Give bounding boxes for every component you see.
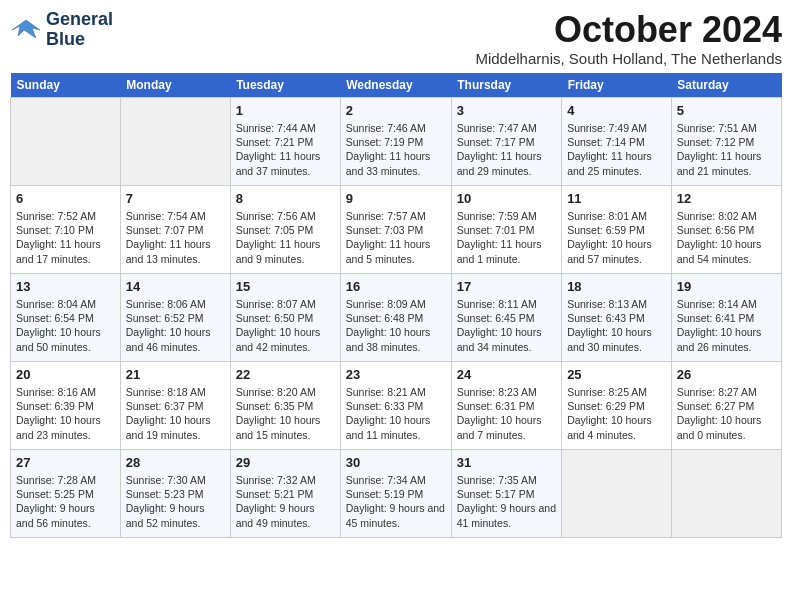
day-content: Sunrise: 8:21 AM Sunset: 6:33 PM Dayligh… bbox=[346, 385, 446, 442]
day-content: Sunrise: 8:07 AM Sunset: 6:50 PM Dayligh… bbox=[236, 297, 335, 354]
day-number: 12 bbox=[677, 190, 776, 208]
day-number: 11 bbox=[567, 190, 666, 208]
day-content: Sunrise: 8:23 AM Sunset: 6:31 PM Dayligh… bbox=[457, 385, 556, 442]
day-content: Sunrise: 7:52 AM Sunset: 7:10 PM Dayligh… bbox=[16, 209, 115, 266]
day-content: Sunrise: 8:09 AM Sunset: 6:48 PM Dayligh… bbox=[346, 297, 446, 354]
calendar-cell: 16Sunrise: 8:09 AM Sunset: 6:48 PM Dayli… bbox=[340, 273, 451, 361]
day-content: Sunrise: 8:01 AM Sunset: 6:59 PM Dayligh… bbox=[567, 209, 666, 266]
day-number: 22 bbox=[236, 366, 335, 384]
calendar-week-row: 13Sunrise: 8:04 AM Sunset: 6:54 PM Dayli… bbox=[11, 273, 782, 361]
calendar-cell: 19Sunrise: 8:14 AM Sunset: 6:41 PM Dayli… bbox=[671, 273, 781, 361]
calendar-cell: 21Sunrise: 8:18 AM Sunset: 6:37 PM Dayli… bbox=[120, 361, 230, 449]
day-number: 5 bbox=[677, 102, 776, 120]
calendar-cell: 14Sunrise: 8:06 AM Sunset: 6:52 PM Dayli… bbox=[120, 273, 230, 361]
calendar-cell: 26Sunrise: 8:27 AM Sunset: 6:27 PM Dayli… bbox=[671, 361, 781, 449]
calendar-week-row: 1Sunrise: 7:44 AM Sunset: 7:21 PM Daylig… bbox=[11, 97, 782, 185]
day-number: 8 bbox=[236, 190, 335, 208]
day-number: 24 bbox=[457, 366, 556, 384]
day-content: Sunrise: 7:54 AM Sunset: 7:07 PM Dayligh… bbox=[126, 209, 225, 266]
weekday-header: Sunday bbox=[11, 73, 121, 98]
calendar-cell bbox=[11, 97, 121, 185]
day-number: 19 bbox=[677, 278, 776, 296]
location-subtitle: Middelharnis, South Holland, The Netherl… bbox=[475, 50, 782, 67]
day-number: 10 bbox=[457, 190, 556, 208]
calendar-cell: 29Sunrise: 7:32 AM Sunset: 5:21 PM Dayli… bbox=[230, 449, 340, 537]
day-content: Sunrise: 7:44 AM Sunset: 7:21 PM Dayligh… bbox=[236, 121, 335, 178]
day-number: 14 bbox=[126, 278, 225, 296]
calendar-cell: 7Sunrise: 7:54 AM Sunset: 7:07 PM Daylig… bbox=[120, 185, 230, 273]
day-content: Sunrise: 7:32 AM Sunset: 5:21 PM Dayligh… bbox=[236, 473, 335, 530]
day-content: Sunrise: 7:49 AM Sunset: 7:14 PM Dayligh… bbox=[567, 121, 666, 178]
day-content: Sunrise: 8:18 AM Sunset: 6:37 PM Dayligh… bbox=[126, 385, 225, 442]
calendar-week-row: 27Sunrise: 7:28 AM Sunset: 5:25 PM Dayli… bbox=[11, 449, 782, 537]
day-number: 3 bbox=[457, 102, 556, 120]
page-header: General Blue October 2024 Middelharnis, … bbox=[10, 10, 782, 67]
day-content: Sunrise: 8:14 AM Sunset: 6:41 PM Dayligh… bbox=[677, 297, 776, 354]
day-number: 26 bbox=[677, 366, 776, 384]
day-number: 25 bbox=[567, 366, 666, 384]
day-content: Sunrise: 7:59 AM Sunset: 7:01 PM Dayligh… bbox=[457, 209, 556, 266]
calendar-cell: 22Sunrise: 8:20 AM Sunset: 6:35 PM Dayli… bbox=[230, 361, 340, 449]
day-number: 15 bbox=[236, 278, 335, 296]
day-content: Sunrise: 8:16 AM Sunset: 6:39 PM Dayligh… bbox=[16, 385, 115, 442]
calendar-cell: 10Sunrise: 7:59 AM Sunset: 7:01 PM Dayli… bbox=[451, 185, 561, 273]
calendar-cell: 30Sunrise: 7:34 AM Sunset: 5:19 PM Dayli… bbox=[340, 449, 451, 537]
day-number: 1 bbox=[236, 102, 335, 120]
day-number: 2 bbox=[346, 102, 446, 120]
calendar-cell: 31Sunrise: 7:35 AM Sunset: 5:17 PM Dayli… bbox=[451, 449, 561, 537]
calendar-cell: 12Sunrise: 8:02 AM Sunset: 6:56 PM Dayli… bbox=[671, 185, 781, 273]
calendar-cell: 15Sunrise: 8:07 AM Sunset: 6:50 PM Dayli… bbox=[230, 273, 340, 361]
weekday-header: Tuesday bbox=[230, 73, 340, 98]
calendar-cell: 27Sunrise: 7:28 AM Sunset: 5:25 PM Dayli… bbox=[11, 449, 121, 537]
day-content: Sunrise: 8:27 AM Sunset: 6:27 PM Dayligh… bbox=[677, 385, 776, 442]
title-block: October 2024 Middelharnis, South Holland… bbox=[475, 10, 782, 67]
logo: General Blue bbox=[10, 10, 113, 50]
calendar-cell: 25Sunrise: 8:25 AM Sunset: 6:29 PM Dayli… bbox=[562, 361, 672, 449]
weekday-header: Thursday bbox=[451, 73, 561, 98]
day-content: Sunrise: 7:56 AM Sunset: 7:05 PM Dayligh… bbox=[236, 209, 335, 266]
calendar-cell: 24Sunrise: 8:23 AM Sunset: 6:31 PM Dayli… bbox=[451, 361, 561, 449]
day-content: Sunrise: 8:25 AM Sunset: 6:29 PM Dayligh… bbox=[567, 385, 666, 442]
day-content: Sunrise: 8:13 AM Sunset: 6:43 PM Dayligh… bbox=[567, 297, 666, 354]
calendar-cell bbox=[562, 449, 672, 537]
svg-marker-0 bbox=[12, 20, 40, 38]
day-content: Sunrise: 7:30 AM Sunset: 5:23 PM Dayligh… bbox=[126, 473, 225, 530]
calendar-cell: 1Sunrise: 7:44 AM Sunset: 7:21 PM Daylig… bbox=[230, 97, 340, 185]
day-number: 16 bbox=[346, 278, 446, 296]
day-number: 7 bbox=[126, 190, 225, 208]
day-content: Sunrise: 7:35 AM Sunset: 5:17 PM Dayligh… bbox=[457, 473, 556, 530]
calendar-cell: 17Sunrise: 8:11 AM Sunset: 6:45 PM Dayli… bbox=[451, 273, 561, 361]
day-number: 17 bbox=[457, 278, 556, 296]
month-title: October 2024 bbox=[475, 10, 782, 50]
day-number: 6 bbox=[16, 190, 115, 208]
day-content: Sunrise: 8:20 AM Sunset: 6:35 PM Dayligh… bbox=[236, 385, 335, 442]
weekday-header-row: SundayMondayTuesdayWednesdayThursdayFrid… bbox=[11, 73, 782, 98]
calendar-cell: 20Sunrise: 8:16 AM Sunset: 6:39 PM Dayli… bbox=[11, 361, 121, 449]
day-number: 13 bbox=[16, 278, 115, 296]
day-number: 9 bbox=[346, 190, 446, 208]
day-number: 18 bbox=[567, 278, 666, 296]
calendar-cell: 8Sunrise: 7:56 AM Sunset: 7:05 PM Daylig… bbox=[230, 185, 340, 273]
calendar-cell: 4Sunrise: 7:49 AM Sunset: 7:14 PM Daylig… bbox=[562, 97, 672, 185]
calendar-week-row: 20Sunrise: 8:16 AM Sunset: 6:39 PM Dayli… bbox=[11, 361, 782, 449]
day-content: Sunrise: 8:02 AM Sunset: 6:56 PM Dayligh… bbox=[677, 209, 776, 266]
weekday-header: Saturday bbox=[671, 73, 781, 98]
calendar-cell: 3Sunrise: 7:47 AM Sunset: 7:17 PM Daylig… bbox=[451, 97, 561, 185]
logo-icon bbox=[10, 16, 42, 44]
day-content: Sunrise: 7:47 AM Sunset: 7:17 PM Dayligh… bbox=[457, 121, 556, 178]
day-content: Sunrise: 8:06 AM Sunset: 6:52 PM Dayligh… bbox=[126, 297, 225, 354]
calendar-cell: 11Sunrise: 8:01 AM Sunset: 6:59 PM Dayli… bbox=[562, 185, 672, 273]
day-content: Sunrise: 8:04 AM Sunset: 6:54 PM Dayligh… bbox=[16, 297, 115, 354]
calendar-cell bbox=[120, 97, 230, 185]
calendar-cell: 6Sunrise: 7:52 AM Sunset: 7:10 PM Daylig… bbox=[11, 185, 121, 273]
day-number: 20 bbox=[16, 366, 115, 384]
weekday-header: Wednesday bbox=[340, 73, 451, 98]
day-content: Sunrise: 7:57 AM Sunset: 7:03 PM Dayligh… bbox=[346, 209, 446, 266]
day-number: 4 bbox=[567, 102, 666, 120]
calendar-cell: 18Sunrise: 8:13 AM Sunset: 6:43 PM Dayli… bbox=[562, 273, 672, 361]
calendar-cell: 2Sunrise: 7:46 AM Sunset: 7:19 PM Daylig… bbox=[340, 97, 451, 185]
day-content: Sunrise: 7:51 AM Sunset: 7:12 PM Dayligh… bbox=[677, 121, 776, 178]
calendar-cell: 5Sunrise: 7:51 AM Sunset: 7:12 PM Daylig… bbox=[671, 97, 781, 185]
day-number: 30 bbox=[346, 454, 446, 472]
day-content: Sunrise: 7:46 AM Sunset: 7:19 PM Dayligh… bbox=[346, 121, 446, 178]
